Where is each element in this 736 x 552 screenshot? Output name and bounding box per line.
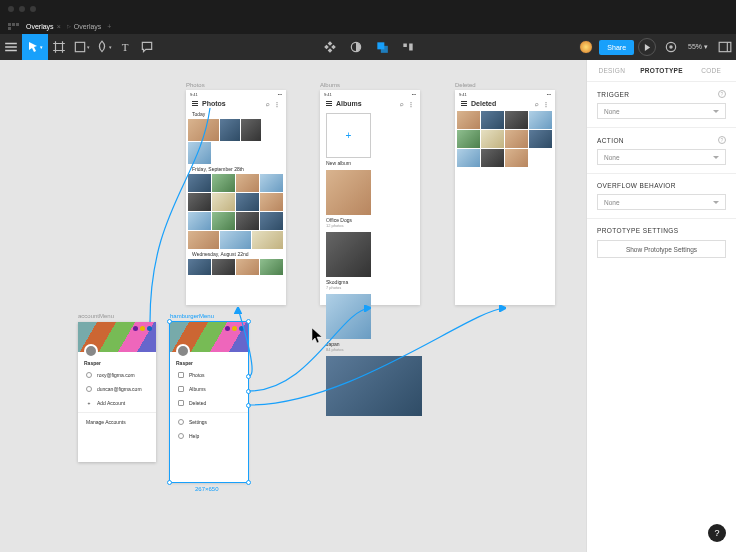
- section-heading: OVERFLOW BEHAVIOR: [597, 182, 676, 189]
- svg-rect-0: [75, 42, 84, 51]
- window-titlebar: [0, 0, 736, 18]
- info-icon[interactable]: ?: [718, 90, 726, 98]
- text-tool[interactable]: T: [114, 36, 136, 58]
- main-menu-button[interactable]: [0, 36, 22, 58]
- file-tab-active[interactable]: Overlays ×: [26, 23, 61, 30]
- file-tab-label: Overlays: [26, 23, 54, 30]
- svg-rect-3: [381, 46, 388, 53]
- properties-panel: DESIGN PROTOTYPE CODE TRIGGER? None ACTI…: [586, 60, 736, 552]
- overflow-select[interactable]: None: [597, 194, 726, 210]
- user-avatar[interactable]: [579, 40, 593, 54]
- move-tool[interactable]: ▾: [22, 34, 48, 60]
- cursor-icon: [312, 328, 324, 344]
- panel-section-action: ACTION? None: [587, 128, 736, 174]
- panel-section-trigger: TRIGGER? None: [587, 82, 736, 128]
- mask-tool[interactable]: [345, 36, 367, 58]
- section-heading: TRIGGER: [597, 91, 629, 98]
- chevron-down-icon: [713, 201, 719, 204]
- design-canvas[interactable]: Photos 9:41••• Photos ⌕ ⋮ Today Friday, …: [0, 60, 586, 552]
- traffic-min[interactable]: [19, 6, 25, 12]
- home-icon[interactable]: [8, 21, 20, 31]
- frame-tool[interactable]: [48, 36, 70, 58]
- present-button[interactable]: [638, 38, 656, 56]
- pen-tool[interactable]: ▾: [92, 36, 114, 58]
- svg-rect-5: [409, 44, 413, 51]
- share-button[interactable]: Share: [599, 40, 634, 55]
- add-tab-icon[interactable]: +: [107, 23, 111, 30]
- trigger-select[interactable]: None: [597, 103, 726, 119]
- tab-design[interactable]: DESIGN: [587, 60, 637, 81]
- panel-toggle-icon[interactable]: [714, 36, 736, 58]
- tab-code[interactable]: CODE: [686, 60, 736, 81]
- view-settings-icon[interactable]: [660, 36, 682, 58]
- file-tab[interactable]: ▷ Overlays: [67, 23, 102, 30]
- panel-section-settings: PROTOTYPE SETTINGS Show Prototype Settin…: [587, 219, 736, 266]
- boolean-tool[interactable]: [371, 36, 393, 58]
- show-prototype-settings-button[interactable]: Show Prototype Settings: [597, 240, 726, 258]
- panel-section-overflow: OVERFLOW BEHAVIOR None: [587, 174, 736, 219]
- align-tool[interactable]: [397, 36, 419, 58]
- svg-rect-8: [719, 42, 731, 51]
- section-heading: ACTION: [597, 137, 624, 144]
- info-icon[interactable]: ?: [718, 136, 726, 144]
- zoom-level[interactable]: 55% ▾: [688, 43, 708, 51]
- traffic-close[interactable]: [8, 6, 14, 12]
- help-button[interactable]: ?: [708, 524, 726, 542]
- svg-rect-4: [403, 44, 407, 48]
- panel-tabs: DESIGN PROTOTYPE CODE: [587, 60, 736, 82]
- chevron-down-icon: [713, 110, 719, 113]
- svg-point-7: [669, 45, 673, 49]
- section-heading: PROTOTYPE SETTINGS: [597, 227, 678, 234]
- action-select[interactable]: None: [597, 149, 726, 165]
- traffic-max[interactable]: [30, 6, 36, 12]
- prototype-connections: [0, 60, 586, 552]
- tab-bar: Overlays × ▷ Overlays +: [0, 18, 736, 34]
- shape-tool[interactable]: ▾: [70, 36, 92, 58]
- toolbar-center-group: [319, 36, 419, 58]
- toolbar: ▾ ▾ ▾ T Share 55% ▾: [0, 34, 736, 60]
- component-tool[interactable]: [319, 36, 341, 58]
- chevron-down-icon: [713, 156, 719, 159]
- file-tab-label: Overlays: [74, 23, 102, 30]
- close-icon[interactable]: ×: [57, 23, 61, 30]
- tab-prototype[interactable]: PROTOTYPE: [637, 60, 687, 81]
- comment-tool[interactable]: [136, 36, 158, 58]
